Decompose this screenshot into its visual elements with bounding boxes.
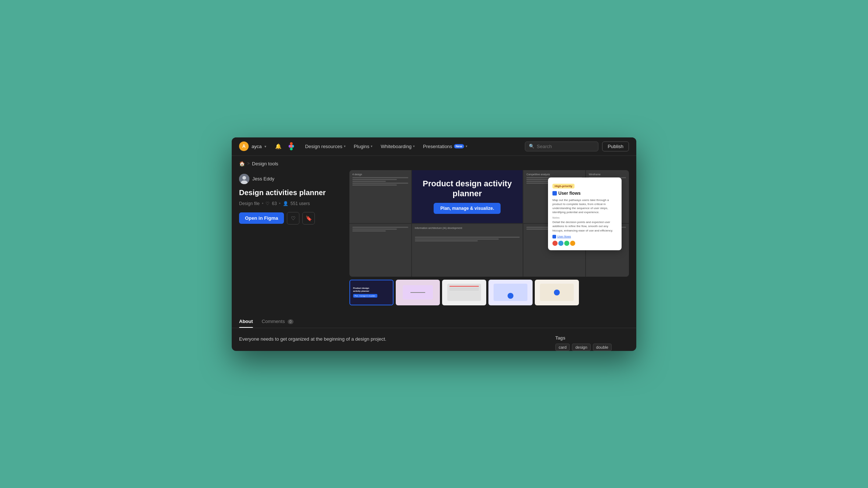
card-avatar-4 — [570, 241, 575, 246]
nav-logo-area: A ayca ▾ — [239, 141, 266, 151]
user-avatar[interactable]: A — [239, 141, 249, 151]
breadcrumb: 🏠 > Design tools — [232, 156, 636, 170]
main-content: Jess Eddy Design activities planner Desi… — [232, 170, 636, 313]
breadcrumb-separator: > — [247, 161, 250, 166]
monitor-window: A ayca ▾ 🔔 Design resources ▾ Plugins ▾ — [232, 137, 636, 351]
svg-point-3 — [290, 148, 293, 150]
bookmark-icon: 🔖 — [306, 215, 312, 221]
tag-double[interactable]: double — [593, 344, 612, 351]
thumbnails-row: Product designactivity planner Plan, man… — [349, 280, 629, 305]
figma-icon — [287, 142, 295, 150]
breadcrumb-home-icon[interactable]: 🏠 — [239, 161, 245, 166]
thumbnail-2[interactable] — [396, 280, 440, 305]
author-name[interactable]: Jess Eddy — [252, 176, 274, 182]
card-link[interactable]: User flows — [552, 235, 617, 238]
nav-username[interactable]: ayca — [252, 144, 262, 149]
breadcrumb-current[interactable]: Design tools — [252, 161, 278, 166]
thumbnail-4[interactable] — [488, 280, 533, 305]
likes-count: 63 — [272, 201, 277, 206]
card-title: User flows — [552, 191, 617, 196]
open-figma-button[interactable]: Open in Figma — [239, 212, 284, 224]
thumbnail-5[interactable] — [535, 280, 579, 305]
notification-bell-icon[interactable]: 🔔 — [275, 143, 281, 149]
action-buttons: Open in Figma ♡ 🔖 — [239, 212, 342, 225]
card-notes: Detail the decision points and expected … — [552, 220, 617, 233]
card-link-icon — [552, 235, 556, 238]
username-chevron-icon: ▾ — [264, 144, 266, 148]
users-icon: 👤 — [283, 201, 288, 206]
users-count: 551 users — [291, 201, 310, 206]
tags-label: Tags — [555, 336, 629, 341]
nav-item-whiteboarding[interactable]: Whiteboarding ▾ — [377, 141, 419, 151]
thumbnail-1[interactable]: Product designactivity planner Plan, man… — [349, 280, 394, 305]
author-info: Jess Eddy — [239, 174, 342, 184]
card-avatar-3 — [564, 241, 569, 246]
tag-design[interactable]: design — [572, 344, 590, 351]
heart-icon: ♡ — [266, 201, 270, 206]
author-avatar — [239, 174, 249, 184]
card-badge: High-priority — [552, 184, 574, 189]
about-description: Everyone needs to get organized at the b… — [239, 336, 541, 343]
design-resources-chevron-icon: ▾ — [344, 144, 346, 148]
tab-about[interactable]: About — [239, 319, 253, 328]
plugins-chevron-icon: ▾ — [371, 144, 373, 148]
like-icon: ♡ — [291, 215, 296, 221]
bookmark-button[interactable]: 🔖 — [302, 212, 315, 225]
tags-list: card design double — [555, 344, 629, 351]
svg-point-0 — [290, 142, 293, 145]
tabs-area: About Comments 0 — [232, 313, 636, 328]
publish-button[interactable]: Publish — [602, 141, 629, 151]
about-section: Everyone needs to get organized at the b… — [232, 328, 636, 351]
search-input[interactable] — [537, 144, 594, 149]
tag-card[interactable]: card — [555, 344, 570, 351]
preview-main-title: Product design activity planner — [419, 179, 516, 198]
card-avatar-1 — [552, 241, 558, 246]
file-meta: Design file • ♡ 63 • 👤 551 users — [239, 201, 342, 206]
preview-cell-ia: Information architecture (IA) developmen… — [412, 224, 523, 277]
card-body: Map out the pathways users take through … — [552, 198, 617, 215]
card-checkbox — [552, 191, 557, 195]
like-button[interactable]: ♡ — [287, 212, 299, 225]
nav-item-design-resources[interactable]: Design resources ▾ — [301, 141, 349, 151]
svg-point-6 — [242, 176, 246, 180]
tab-comments[interactable]: Comments 0 — [262, 319, 294, 328]
card-notes-label: Notes — [552, 216, 617, 219]
preview-cell-row2-1 — [349, 224, 411, 277]
thumbnail-3[interactable] — [442, 280, 486, 305]
nav-links: Design resources ▾ Plugins ▾ Whiteboardi… — [301, 141, 519, 151]
nav-right: 🔍 Publish — [525, 141, 629, 151]
file-type: Design file — [239, 201, 260, 206]
preview-center: Product design activity planner Plan, ma… — [412, 170, 523, 223]
navbar: A ayca ▾ 🔔 Design resources ▾ Plugins ▾ — [232, 137, 636, 156]
file-title: Design activities planner — [239, 188, 342, 197]
card-avatar-2 — [558, 241, 563, 246]
left-panel: Jess Eddy Design activities planner Desi… — [239, 170, 342, 305]
search-icon: 🔍 — [529, 144, 534, 149]
tags-area: Tags card design double — [555, 336, 629, 351]
svg-point-4 — [290, 145, 293, 147]
preview-cta-button[interactable]: Plan, manage & visualize. — [434, 203, 501, 214]
whiteboarding-chevron-icon: ▾ — [413, 144, 415, 148]
preview-area: 4 design Product design act — [349, 170, 629, 305]
nav-item-presentations[interactable]: Presentations New ▾ — [419, 141, 471, 151]
presentations-chevron-icon: ▾ — [466, 144, 467, 148]
search-box[interactable]: 🔍 — [525, 141, 598, 151]
card-avatars — [552, 241, 617, 246]
preview-cell-1: 4 design — [349, 170, 411, 223]
about-text: Everyone needs to get organized at the b… — [239, 336, 541, 351]
nav-item-plugins[interactable]: Plugins ▾ — [350, 141, 377, 151]
floating-card: High-priority User flows Map out the pat… — [548, 177, 622, 250]
preview-main: 4 design Product design act — [349, 170, 629, 277]
